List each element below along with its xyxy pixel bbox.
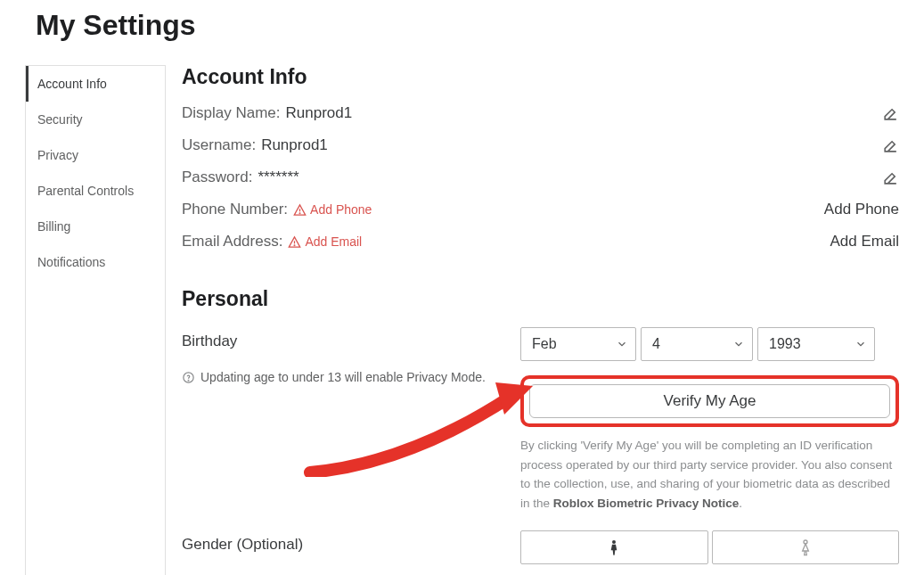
birthday-year-value: 1993: [769, 336, 801, 352]
settings-sidebar: Account Info Security Privacy Parental C…: [25, 65, 166, 575]
disclaimer-post: .: [739, 497, 742, 510]
page-title: My Settings: [36, 9, 899, 42]
phone-label: Phone Number:: [182, 201, 288, 218]
username-label: Username:: [182, 136, 256, 154]
add-phone-inline-link[interactable]: Add Phone: [293, 202, 372, 217]
annotation-arrow-icon: [301, 370, 533, 477]
display-name-value: Runprod1: [286, 104, 353, 122]
sidebar-item-privacy[interactable]: Privacy: [26, 137, 165, 173]
email-row: Email Address: Add Email Add Email: [182, 230, 899, 253]
chevron-down-icon: [616, 338, 628, 350]
sidebar-item-account-info[interactable]: Account Info: [26, 66, 165, 102]
add-email-inline-text: Add Email: [305, 234, 362, 249]
svg-point-1: [299, 212, 300, 213]
edit-display-name[interactable]: [882, 105, 899, 122]
password-value: *******: [258, 168, 298, 186]
edit-icon: [882, 137, 899, 154]
add-email-inline-link[interactable]: Add Email: [288, 234, 362, 249]
gender-male-button[interactable]: [520, 530, 708, 564]
age-note: Updating age to under 13 will enable Pri…: [182, 370, 520, 384]
add-phone-inline-text: Add Phone: [310, 202, 372, 217]
svg-point-7: [612, 540, 616, 544]
gender-female-button[interactable]: [712, 530, 900, 564]
sidebar-item-notifications[interactable]: Notifications: [26, 244, 165, 280]
add-phone-link[interactable]: Add Phone: [824, 201, 899, 218]
svg-point-5: [188, 380, 189, 381]
svg-point-3: [295, 244, 296, 245]
gender-row: Gender (Optional): [182, 530, 899, 564]
warning-icon: [288, 235, 301, 249]
personal-heading: Personal: [182, 287, 899, 311]
birthday-year-select[interactable]: 1993: [757, 327, 875, 361]
sidebar-item-parental-controls[interactable]: Parental Controls: [26, 173, 165, 209]
username-value: Runprod1: [261, 136, 328, 154]
biometric-privacy-link[interactable]: Roblox Biometric Privacy Notice: [553, 497, 740, 510]
birthday-month-select[interactable]: Feb: [520, 327, 636, 361]
password-row: Password: *******: [182, 166, 899, 189]
birthday-day-select[interactable]: 4: [641, 327, 753, 361]
svg-marker-6: [495, 382, 533, 415]
account-info-heading: Account Info: [182, 65, 899, 89]
male-icon: [607, 538, 621, 556]
display-name-label: Display Name:: [182, 104, 281, 122]
verify-my-age-button[interactable]: Verify My Age: [529, 384, 890, 418]
birthday-month-value: Feb: [532, 336, 557, 352]
info-icon: [182, 371, 195, 384]
sidebar-item-billing[interactable]: Billing: [26, 209, 165, 244]
warning-icon: [293, 203, 307, 217]
display-name-row: Display Name: Runprod1: [182, 102, 899, 125]
username-row: Username: Runprod1: [182, 134, 899, 157]
phone-row: Phone Number: Add Phone Add Phone: [182, 198, 899, 221]
edit-icon: [882, 105, 899, 122]
gender-label: Gender (Optional): [182, 536, 520, 554]
email-label: Email Address:: [182, 233, 282, 251]
chevron-down-icon: [854, 338, 867, 350]
female-icon: [798, 538, 813, 556]
sidebar-item-security[interactable]: Security: [26, 102, 165, 137]
edit-icon: [882, 169, 899, 186]
main-panel: Account Info Display Name: Runprod1 User…: [166, 65, 899, 575]
password-label: Password:: [182, 168, 252, 186]
age-note-text: Updating age to under 13 will enable Pri…: [200, 370, 486, 384]
add-email-link[interactable]: Add Email: [830, 233, 899, 251]
birthday-row: Birthday Updating age to under 13 will e…: [182, 327, 899, 513]
birthday-label: Birthday: [182, 333, 520, 350]
verify-disclaimer: By clicking 'Verify My Age' you will be …: [520, 436, 899, 513]
birthday-day-value: 4: [652, 336, 660, 352]
chevron-down-icon: [732, 338, 745, 350]
edit-username[interactable]: [882, 137, 899, 154]
verify-age-highlight: Verify My Age: [520, 375, 899, 427]
edit-password[interactable]: [882, 169, 899, 186]
